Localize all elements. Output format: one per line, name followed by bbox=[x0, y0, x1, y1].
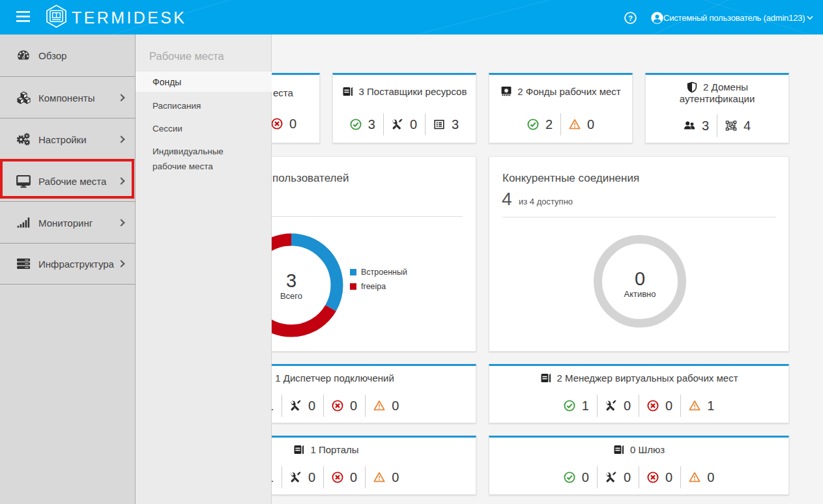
svg-text:?: ? bbox=[628, 14, 633, 22]
